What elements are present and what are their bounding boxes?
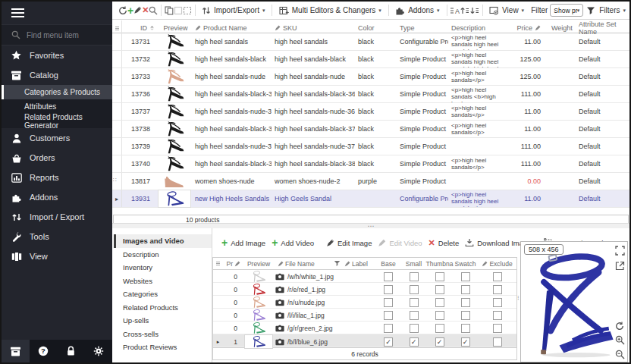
hamburger-button[interactable] — [2, 2, 112, 24]
search-products-button[interactable] — [149, 4, 158, 17]
checkbox[interactable]: ✓ — [384, 337, 393, 347]
rotate-button[interactable] — [614, 321, 625, 331]
sidebar-subitem-categories-products[interactable]: Categories & Products — [2, 85, 112, 99]
image-row-green_2.jpg[interactable]: 0/g/r/green_2.jpg — [213, 322, 516, 334]
image-row-red_1.jpg[interactable]: 0/r/e/red_1.jpg — [213, 283, 516, 296]
tab-description[interactable]: Description — [114, 248, 212, 262]
copy-button[interactable] — [165, 4, 174, 17]
checkbox[interactable] — [384, 285, 393, 294]
product-row-13740[interactable]: 13740high heel sandals-black-38high heel… — [112, 155, 629, 173]
column-header-base[interactable]: Base — [375, 258, 401, 269]
filter-select[interactable]: Show products from selected categories ▾ — [550, 4, 583, 17]
column-header-color[interactable]: Color — [355, 20, 397, 36]
checkbox[interactable] — [435, 324, 444, 333]
splitter-handle[interactable]: ∷ — [113, 177, 116, 184]
settings-button[interactable] — [85, 346, 112, 356]
tab-websites[interactable]: Websites — [114, 275, 212, 288]
column-header-price[interactable]: Price — [507, 20, 548, 36]
filters-funnel-button[interactable] — [586, 4, 595, 17]
store-button[interactable] — [2, 340, 30, 362]
product-row-13736[interactable]: 13736high heel sandals-black-36high heel… — [112, 86, 629, 103]
panel-splitter-handle[interactable]: ⁝ — [517, 295, 519, 301]
column-header-label[interactable]: Label — [342, 258, 375, 269]
add-image-button[interactable]: +Add Image — [218, 236, 268, 249]
move-down-button[interactable] — [469, 4, 479, 17]
tab-images-and-video[interactable]: Images and Video — [114, 234, 212, 248]
refresh-button[interactable] — [118, 4, 127, 17]
column-header-product-name[interactable]: Product Name — [192, 20, 272, 36]
horizontal-splitter[interactable]: ⋯ — [112, 223, 629, 228]
tab-related-products[interactable]: Related Products — [114, 301, 212, 315]
edit-product-button[interactable] — [133, 4, 142, 17]
sidebar-subitem-attributes[interactable]: Attributes — [2, 99, 112, 114]
import-export-menu[interactable]: Import/Export ▾ — [198, 4, 269, 17]
edit-image-button[interactable]: Edit Image — [323, 236, 375, 249]
view-menu[interactable]: View ▾ — [485, 4, 528, 17]
product-row-13732[interactable]: 13732high heel sandals-blackhigh heel sa… — [112, 51, 629, 68]
help-button[interactable]: ? — [30, 346, 57, 356]
checkbox[interactable] — [435, 272, 444, 281]
addons-menu[interactable]: Addons ▾ — [391, 4, 443, 17]
add-video-button[interactable]: +Add Video — [268, 236, 317, 249]
sidebar-item-import-export[interactable]: Import / Export — [2, 207, 112, 227]
tab-categories[interactable]: Categories — [114, 287, 212, 301]
product-row-13737[interactable]: 13737high heel sandals-nude-36high heel … — [112, 103, 629, 121]
open-external-button[interactable] — [614, 260, 625, 271]
product-row-13733[interactable]: 13733high heel sandals-nudehigh heel san… — [112, 68, 629, 86]
column-header-pr[interactable]: Pr — [223, 258, 242, 269]
column-header-attribute-set[interactable]: Attribute Set Name — [576, 20, 629, 36]
product-row-13817[interactable]: 13817women shoes-nudewomen shoes-nude-2p… — [112, 173, 629, 190]
sidebar-item-reports[interactable]: Reports — [2, 168, 112, 187]
checkbox[interactable] — [384, 298, 393, 307]
edit-video-button[interactable]: Edit Video — [375, 236, 425, 249]
filters-menu[interactable]: Filters ▾ — [595, 4, 629, 17]
column-header-thumbnail[interactable]: Thumbna — [426, 258, 453, 269]
product-row-13731[interactable]: 13731high heel sandalshigh heel sandalsb… — [112, 33, 629, 51]
tab-product-reviews[interactable]: Product Reviews — [114, 340, 212, 354]
image-row-nude.jpg[interactable]: 0/n/u/nude.jpg — [213, 296, 516, 309]
column-header-id[interactable]: ID — [122, 20, 156, 36]
image-row-blue_6.jpg[interactable]: ▸1/b/l/blue_6.jpg✓✓✓✓ — [213, 334, 516, 347]
checkbox[interactable]: ✓ — [410, 337, 419, 347]
sidebar-search-input[interactable]: Find menu item — [2, 24, 112, 46]
tab-cross-sells[interactable]: Cross-sells — [114, 328, 212, 341]
zoom-in-button[interactable] — [614, 334, 625, 345]
checkbox[interactable] — [410, 272, 419, 281]
checkbox[interactable] — [410, 324, 419, 333]
column-header-swatch[interactable]: Swatch — [453, 258, 478, 269]
checkbox[interactable] — [461, 311, 470, 320]
sidebar-item-customers[interactable]: Customers — [2, 128, 112, 148]
checkbox[interactable] — [435, 298, 444, 307]
add-product-button[interactable]: + — [127, 4, 133, 17]
checkbox[interactable] — [435, 311, 444, 320]
checkbox[interactable] — [384, 324, 393, 333]
sidebar-subitem-related-products-generator[interactable]: Related Products Generator — [2, 114, 112, 128]
sidebar-item-catalog[interactable]: Catalog — [2, 65, 112, 85]
checkbox[interactable] — [410, 311, 419, 320]
tab-up-sells[interactable]: Up-sells — [114, 314, 212, 328]
column-header-sku[interactable]: SKU — [272, 20, 355, 36]
image-row-white_1.jpg[interactable]: 0/w/h/white_1.jpg — [213, 270, 516, 283]
zoom-out-button[interactable] — [614, 349, 625, 359]
checkbox[interactable] — [493, 337, 502, 347]
checkbox[interactable] — [461, 298, 470, 307]
checkbox[interactable] — [493, 324, 502, 333]
column-header-weight[interactable]: Weight — [548, 20, 576, 36]
checkbox[interactable] — [410, 285, 419, 294]
checkbox[interactable] — [493, 298, 502, 307]
product-row-13931[interactable]: ▸13931new High Heels SandalsHigh Geels S… — [112, 190, 629, 208]
column-header-file-name[interactable]: File Name — [275, 258, 342, 269]
checkbox[interactable] — [493, 311, 502, 320]
move-up-button[interactable] — [460, 4, 469, 17]
delete-product-button[interactable]: ✕ — [142, 4, 149, 17]
sidebar-item-tools[interactable]: Tools — [2, 227, 112, 246]
checkbox[interactable] — [410, 298, 419, 307]
checkbox[interactable] — [461, 324, 470, 333]
checkbox[interactable] — [461, 285, 470, 294]
checkbox[interactable] — [461, 272, 470, 281]
product-row-13739[interactable]: 13739high heel sandals-nude-37high heel … — [112, 138, 629, 155]
tab-inventory[interactable]: Inventory — [114, 261, 212, 275]
multi-editors-menu[interactable]: Multi Editors & Changers ▾ — [275, 4, 385, 17]
column-header-exclude[interactable]: Exclude — [478, 258, 516, 269]
sidebar-item-view[interactable]: View — [2, 246, 112, 266]
